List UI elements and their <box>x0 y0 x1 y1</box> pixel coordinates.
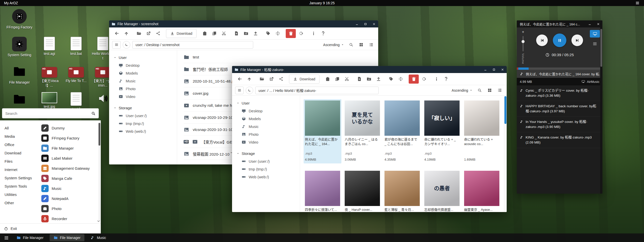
launcher-app-item[interactable]: Dummy <box>39 123 98 133</box>
volume-control[interactable]: + Volume <box>520 30 526 64</box>
rename-button[interactable] <box>396 75 405 84</box>
taskbar-item[interactable]: File Manager <box>50 234 85 241</box>
tag-button[interactable] <box>264 29 273 38</box>
desktop-file-icon[interactable]: test.bat <box>65 37 87 60</box>
sidebar-item[interactable]: Music <box>109 77 177 85</box>
open-button[interactable] <box>134 29 143 38</box>
paste-button[interactable] <box>323 75 332 84</box>
sidebar-toggle-button[interactable] <box>112 41 121 49</box>
seek-bar[interactable] <box>517 67 602 70</box>
sidebar-section-storage[interactable]: Storage <box>232 150 300 157</box>
sidebar-storage-item[interactable]: User (user:/) <box>109 112 177 120</box>
sidebar-item[interactable]: Music <box>232 123 300 130</box>
up-button[interactable] <box>245 75 254 84</box>
back-button[interactable] <box>235 75 244 84</box>
desktop-icon[interactable]: File Manager <box>4 64 35 85</box>
launcher-category[interactable]: Office <box>0 141 38 149</box>
launcher-app-item[interactable]: Music <box>39 183 98 193</box>
launcher-category[interactable]: Utilities <box>0 190 38 199</box>
desktop-file-icon[interactable]: test.agi <box>38 37 60 60</box>
sidebar-item[interactable]: Photo <box>232 130 300 138</box>
launcher-category[interactable]: Media <box>0 132 38 141</box>
paste-button[interactable] <box>200 29 209 38</box>
scroll-down-indicator[interactable] <box>97 219 100 222</box>
cut-button[interactable] <box>342 75 351 84</box>
maximize-button[interactable] <box>361 20 370 27</box>
download-button[interactable]: Download <box>289 75 319 84</box>
launcher-app-item[interactable]: Photo <box>39 203 98 214</box>
sidebar-item[interactable]: Video <box>109 93 177 100</box>
new-file-button[interactable] <box>232 29 241 38</box>
search-input[interactable] <box>5 111 91 116</box>
help-button[interactable] <box>441 75 450 84</box>
sidebar-section-user[interactable]: User <box>232 99 300 107</box>
tag-button[interactable] <box>387 75 396 84</box>
launcher-category[interactable]: Internet <box>0 165 38 174</box>
dark-mode-toggle[interactable] <box>123 41 130 49</box>
launcher-category[interactable]: All <box>0 124 38 132</box>
launcher-category[interactable]: Download <box>0 149 38 157</box>
next-track-button[interactable] <box>571 34 583 46</box>
new-folder-button[interactable] <box>364 75 373 84</box>
sidebar-item[interactable]: Desktop <box>232 107 300 115</box>
minimize-button[interactable] <box>352 20 361 27</box>
file-tile[interactable]: 命に嫌われている + acoustic co... 1.69MB <box>463 99 501 163</box>
share-button[interactable] <box>276 75 285 84</box>
playlist-item[interactable]: In Your Hands _ yusukeP cover. by 柘榴-zak… <box>517 117 602 132</box>
file-row[interactable]: test <box>184 51 372 63</box>
new-file-button[interactable] <box>355 75 364 84</box>
upload-button[interactable] <box>374 75 383 84</box>
sidebar-storage-item[interactable]: Web (web:/) <box>109 127 177 135</box>
search-button[interactable] <box>475 87 484 94</box>
rename-button[interactable] <box>273 29 282 38</box>
maximize-button[interactable] <box>490 66 498 73</box>
sidebar-storage-item[interactable]: Web (web:/) <box>232 173 300 181</box>
playlist-item[interactable]: Cynic _ ポリスピカデリー cover. by 柘榴-zakuro-.mp… <box>517 85 602 101</box>
back-button[interactable] <box>112 29 121 38</box>
desktop-video-icon[interactable]: HD 【東方Vocal】... <box>38 67 60 88</box>
taskbar-item[interactable]: Music <box>86 234 110 241</box>
sidebar-item[interactable]: Desktop <box>109 61 177 69</box>
top-menu-button[interactable] <box>635 1 640 5</box>
desktop-icon[interactable]: FFmpeg Factory <box>4 9 35 30</box>
titlebar[interactable]: 例えば、今此処に置かれた花に _ 164 c... <box>517 20 602 27</box>
launcher-scrollbar[interactable] <box>99 122 100 221</box>
file-tile[interactable]: 藍と薄桜 _ 青々月... <box>383 169 421 212</box>
grid-view-button[interactable] <box>357 41 365 49</box>
scrollbar-thumb[interactable] <box>504 96 506 124</box>
launcher-app-item[interactable]: Management Gateway <box>39 163 98 173</box>
dark-mode-toggle[interactable] <box>246 87 253 94</box>
close-button[interactable] <box>370 20 378 27</box>
sidebar-item[interactable]: Models <box>109 69 177 77</box>
sort-dropdown[interactable]: Ascending <box>323 43 344 47</box>
upload-button[interactable] <box>251 29 260 38</box>
sidebar-storage-item[interactable]: User (user:/) <box>232 157 300 165</box>
file-tile[interactable]: の愚者 忘却感傷代償連盟... <box>423 169 461 212</box>
launcher-category[interactable]: System Tools <box>0 182 38 190</box>
launcher-app-item[interactable]: Label Maker <box>39 153 98 163</box>
desktop-icon[interactable]: System Setting <box>4 37 35 57</box>
help-button[interactable] <box>318 29 328 38</box>
sidebar-storage-item[interactable]: tmp (tmp:/) <box>109 120 177 127</box>
launcher-app-item[interactable]: Manga Cafe <box>39 173 98 183</box>
sidebar-item[interactable]: Photo <box>109 85 177 93</box>
launcher-category[interactable]: Other <box>0 199 38 207</box>
scrollbar[interactable] <box>504 96 507 212</box>
titlebar[interactable]: File Manager - screenshot <box>109 20 378 27</box>
list-view-button[interactable] <box>496 87 504 94</box>
grid-view-button[interactable] <box>486 87 494 94</box>
sidebar-item[interactable]: Models <box>232 115 300 123</box>
scrollbar-thumb[interactable] <box>600 29 602 67</box>
sidebar-item[interactable]: Video <box>232 138 300 146</box>
airmusic-button[interactable]: AirMusic <box>582 80 599 84</box>
search-button[interactable] <box>347 41 355 49</box>
refresh-button[interactable] <box>296 29 305 38</box>
playlist-toggle-button[interactable] <box>590 40 600 48</box>
playlist-item[interactable]: KING _ Kanaria cover. by 柘榴-zakuro-.mp3 … <box>517 132 602 148</box>
minimize-button[interactable] <box>585 20 594 27</box>
up-button[interactable] <box>122 29 131 38</box>
launcher-app-item[interactable]: FFmpeg Factory <box>39 133 98 143</box>
share-button[interactable] <box>153 29 163 38</box>
sidebar-section-user[interactable]: User <box>109 54 177 61</box>
titlebar[interactable]: File Manager - 柘榴-zakuro- <box>232 66 507 73</box>
